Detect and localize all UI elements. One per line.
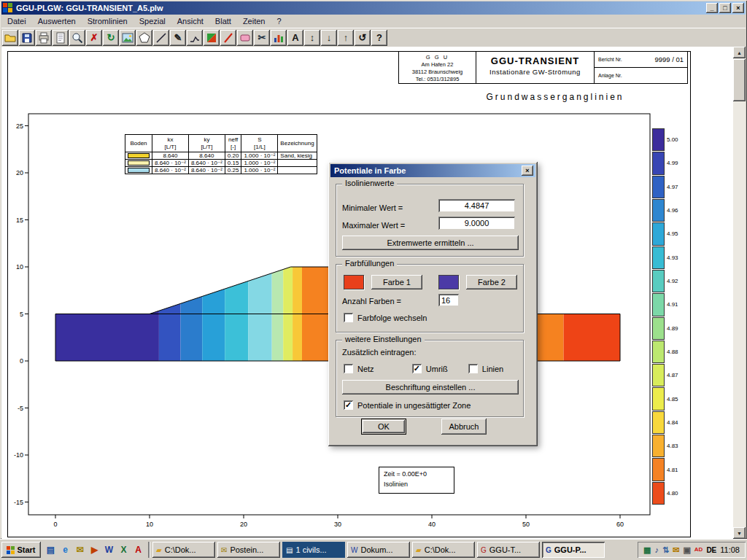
scroll-up-button[interactable]: ▲ (733, 47, 746, 58)
menu-item-ansicht[interactable]: Ansicht (171, 15, 209, 28)
legend-header-cell: kx [L/T] (152, 135, 189, 152)
move-up-button[interactable]: ↑ (338, 30, 354, 46)
task-explorer-1[interactable]: ▰C:\Dok... (152, 542, 215, 558)
checkbox-netz[interactable] (344, 364, 353, 373)
media-player-icon[interactable]: ▶ (88, 543, 101, 557)
section-line-button[interactable] (153, 30, 169, 46)
display-settings-icon[interactable]: ▦ (643, 546, 651, 554)
svg-text:25: 25 (16, 122, 23, 130)
open-file-button[interactable] (2, 30, 18, 46)
zoom-info-button[interactable] (69, 30, 85, 46)
scroll-down-button[interactable]: ▼ (733, 527, 746, 539)
task-outlook-inbox[interactable]: ✉Postein... (217, 542, 280, 558)
legend-row: 8.640 · 10⁻²8.640 · 10⁻²0.251.000 · 10⁻² (125, 167, 317, 174)
scrollbar-thumb[interactable] (733, 59, 746, 101)
font-button[interactable]: A (287, 30, 303, 46)
checkbox-umri[interactable]: ✓ (412, 364, 422, 373)
task-explorer-2-icon: ▰ (416, 546, 422, 554)
task-ggu-transient[interactable]: GGGU-T... (477, 542, 540, 558)
farbe1-button[interactable]: Farbe 1 (371, 275, 422, 289)
menu-item-stromlinien[interactable]: Stromlinien (82, 15, 133, 28)
color-scale-value: 4.91 (667, 301, 678, 308)
group-farbfuellungen-label: Farbfüllungen (342, 259, 397, 268)
outline-button[interactable] (136, 30, 152, 46)
task-outlook-inbox-label: Postein... (230, 545, 263, 554)
move-down-button[interactable]: ↓ (321, 30, 337, 46)
dialog-close-button[interactable]: × (522, 166, 533, 176)
farbe2-button[interactable]: Farbe 2 (466, 275, 517, 289)
color-scale-segment (652, 246, 665, 269)
min-wert-input[interactable] (438, 199, 515, 212)
volume-icon[interactable]: ♪ (654, 546, 659, 554)
menu-item-help[interactable]: ? (271, 15, 287, 28)
color-fill-button[interactable] (204, 30, 220, 46)
outlook-icon[interactable]: ✉ (73, 543, 87, 557)
task-explorer-2[interactable]: ▰C:\Dok... (412, 542, 475, 558)
chart-button[interactable] (271, 30, 287, 46)
clock[interactable]: 11:08 (720, 545, 740, 554)
draw-line-button[interactable] (187, 30, 203, 46)
beschriftung-button[interactable]: Beschriftung einstellen ... (342, 380, 519, 394)
print-button[interactable] (36, 30, 52, 46)
menu-item-datei[interactable]: Datei (1, 15, 32, 28)
legend-cell: 8.640 (188, 152, 225, 160)
window-title: GGU-PLGW: GGU-TRANSIENT_A5.plw (16, 4, 706, 12)
image-export-button[interactable] (120, 30, 136, 46)
color-scale-segment (652, 152, 665, 174)
start-button[interactable]: Start (1, 542, 41, 558)
red-line-button[interactable] (220, 30, 236, 46)
mail-notify-icon[interactable]: ✉ (673, 546, 679, 554)
excel-icon[interactable]: X (117, 543, 131, 557)
delete-icon: ✗ (90, 32, 98, 43)
show-desktop-icon[interactable]: ▤ (44, 543, 58, 557)
checkbox-linien[interactable] (468, 364, 478, 373)
max-wert-input[interactable] (438, 217, 515, 230)
minimize-button[interactable]: _ (706, 3, 718, 13)
checkbox-linien-label: Linien (482, 365, 503, 373)
toolbar: ✗↻✎✂A↕↓↑↺? (1, 28, 746, 47)
save-button[interactable] (19, 30, 35, 46)
extremwerte-button[interactable]: Extremwerte ermitteln ... (342, 236, 519, 250)
acrobat-icon[interactable]: A (131, 543, 145, 557)
close-button[interactable]: × (732, 3, 744, 13)
menu-item-spezial[interactable]: Spezial (133, 15, 171, 28)
chart-icon (273, 32, 285, 44)
move-down-icon: ↓ (327, 32, 332, 43)
potentiale-checkbox[interactable]: ✓ (344, 400, 353, 410)
print-icon (38, 32, 50, 44)
usb-device-icon[interactable]: ▣ (683, 546, 690, 554)
ad-icon[interactable]: AD (694, 547, 703, 553)
move-vertical-button[interactable]: ↕ (304, 30, 320, 46)
task-civils-document[interactable]: ▤1 civils... (282, 542, 345, 558)
help-button[interactable]: ? (371, 30, 387, 46)
color-scale-segment (652, 341, 665, 363)
task-ggu-plgw[interactable]: GGGU-P... (542, 542, 605, 558)
vertical-scrollbar[interactable]: ▲ ▼ (733, 47, 746, 539)
refresh-button[interactable]: ↻ (103, 30, 119, 46)
page-setup-icon (55, 32, 66, 44)
menu-item-blatt[interactable]: Blatt (209, 15, 237, 28)
delete-button[interactable]: ✗ (86, 30, 102, 46)
ok-button[interactable]: OK (363, 420, 405, 433)
label-button[interactable] (237, 30, 253, 46)
menu-item-zeiten[interactable]: Zeiten (237, 15, 271, 28)
page-setup-button[interactable] (53, 30, 69, 46)
internet-explorer-icon[interactable]: e (58, 543, 72, 557)
pen-button[interactable]: ✎ (170, 30, 186, 46)
zoom-info-icon (71, 32, 83, 44)
word-icon[interactable]: W (102, 543, 116, 557)
maximize-button[interactable]: □ (719, 3, 731, 13)
network-icon[interactable]: ⇅ (662, 546, 669, 554)
color-scale-value: 4.96 (667, 207, 678, 214)
menu-item-auswerten[interactable]: Auswerten (32, 15, 82, 28)
svg-text:0: 0 (20, 357, 23, 365)
help-icon: ? (376, 32, 382, 43)
task-explorer-1-label: C:\Dok... (165, 545, 196, 554)
anzahl-farben-input[interactable] (438, 294, 459, 306)
cut-button[interactable]: ✂ (254, 30, 270, 46)
language-indicator[interactable]: DE (706, 546, 716, 554)
undo-button[interactable]: ↺ (355, 30, 371, 46)
abbruch-button[interactable]: Abbruch (441, 419, 487, 435)
farbfolge-checkbox[interactable] (344, 313, 353, 322)
task-word-document[interactable]: WDokum... (347, 542, 410, 558)
